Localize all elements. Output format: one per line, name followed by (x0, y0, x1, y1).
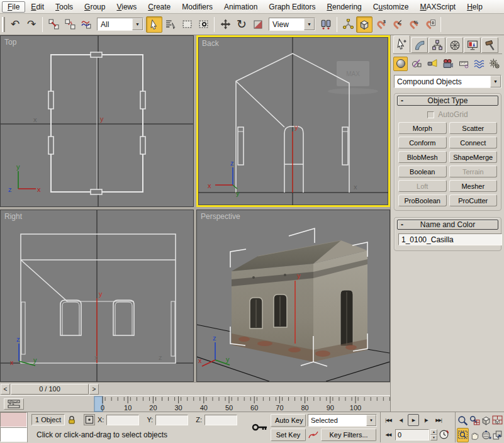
snaps-toggle-button[interactable] (356, 16, 372, 33)
tab-create[interactable] (393, 35, 410, 53)
menu-item-modifiers[interactable]: Modifiers (176, 1, 218, 13)
undo-button[interactable]: ↶ (7, 16, 23, 33)
zoom-region-button[interactable] (457, 428, 469, 442)
select-and-scale-button[interactable] (250, 16, 266, 33)
lights-category-button[interactable] (425, 57, 439, 71)
tab-motion[interactable] (446, 37, 463, 53)
time-slider-handle[interactable]: 0 / 100 (11, 384, 89, 395)
angle-snap-toggle-button[interactable] (389, 16, 405, 33)
next-frame-button[interactable]: |▶ (420, 414, 432, 426)
conform-button[interactable]: Conform (398, 137, 447, 149)
next-frame-arrow[interactable]: > (89, 384, 99, 395)
select-object-button[interactable] (146, 16, 162, 33)
tab-utilities[interactable] (481, 37, 498, 53)
track-bar[interactable]: 010 2030 4050 6070 8090 100 (0, 395, 390, 412)
auto-key-button[interactable]: Auto Key (271, 414, 306, 427)
space-warps-category-button[interactable] (472, 57, 486, 71)
tab-modify[interactable] (411, 37, 428, 53)
use-pivot-point-center-button[interactable] (318, 16, 334, 33)
y-coordinate-field[interactable] (155, 415, 188, 425)
min-max-toggle-button[interactable] (491, 428, 503, 442)
bind-to-space-warp-button[interactable] (78, 16, 94, 33)
select-and-manipulate-button[interactable] (340, 16, 356, 33)
open-mini-curve-editor-button[interactable] (4, 398, 24, 410)
set-key-mode[interactable] (249, 412, 271, 442)
viewport-back-label[interactable]: Back (202, 39, 219, 48)
cameras-category-button[interactable] (440, 57, 455, 71)
menu-item-customize[interactable]: Customize (367, 1, 415, 13)
selection-lock-icon[interactable] (67, 415, 76, 425)
object-type-rollout-header[interactable]: - Object Type (397, 96, 498, 106)
menu-item-file[interactable]: File (2, 1, 25, 13)
time-configuration-icon[interactable] (439, 429, 449, 440)
key-filters-button[interactable]: Key Filters... (321, 429, 376, 441)
autogrid-checkbox[interactable] (427, 111, 434, 118)
menu-item-graph-editors[interactable]: Graph Editors (263, 1, 321, 13)
boolean-button[interactable]: Boolean (398, 165, 447, 177)
object-name-input[interactable] (398, 233, 502, 245)
x-coordinate-field[interactable] (106, 415, 139, 425)
selection-filter-dropdown[interactable]: All ▼ (97, 18, 143, 31)
menu-item-create[interactable]: Create (142, 1, 176, 13)
viewport-back[interactable]: Back MAX (196, 35, 390, 207)
spinner-snap-toggle-button[interactable] (422, 16, 438, 33)
helpers-category-button[interactable] (456, 57, 471, 71)
tab-display[interactable] (464, 37, 481, 53)
pan-button[interactable] (469, 428, 480, 442)
viewport-right[interactable]: Right (0, 210, 194, 382)
maxscript-listener-line[interactable] (0, 427, 27, 442)
geometry-category-button[interactable] (393, 57, 408, 71)
spinner-down-icon[interactable]: ▼ (430, 435, 437, 440)
menu-item-group[interactable]: Group (79, 1, 111, 13)
viewport-right-label[interactable]: Right (4, 212, 22, 221)
play-button[interactable]: ▶ (408, 414, 419, 426)
menu-item-help[interactable]: Help (461, 1, 488, 13)
blobmesh-button[interactable]: BlobMesh (398, 151, 447, 163)
reference-coordinate-system-dropdown[interactable]: View ▼ (269, 18, 315, 31)
window-crossing-toggle-button[interactable] (195, 16, 211, 33)
select-and-link-button[interactable] (45, 16, 62, 33)
select-and-rotate-button[interactable]: ↻ (233, 16, 250, 33)
spinner-up-icon[interactable]: ▲ (430, 429, 437, 435)
toolbar-grip[interactable] (2, 17, 5, 32)
zoom-extents-all-button[interactable] (491, 413, 503, 428)
key-tangents-icon[interactable] (308, 430, 319, 440)
viewport-top[interactable]: Top x y (0, 35, 194, 207)
angle-snap-3d-button[interactable]: 3 (372, 16, 389, 33)
shapes-category-button[interactable] (409, 57, 423, 71)
procutter-button[interactable]: ProCutter (449, 194, 498, 206)
morph-button[interactable]: Morph (398, 122, 447, 134)
zoom-button[interactable] (457, 413, 469, 428)
viewport-perspective-label[interactable]: Perspective (201, 212, 240, 221)
key-selection-dropdown[interactable]: Selected ▼ (308, 414, 377, 427)
set-key-button[interactable]: Set Key (271, 429, 306, 441)
menu-item-animation[interactable]: Animation (218, 1, 263, 13)
menu-item-edit[interactable]: Edit (25, 1, 50, 13)
absolute-offset-toggle[interactable] (84, 414, 95, 425)
current-frame-field[interactable] (395, 429, 429, 440)
redo-button[interactable]: ↷ (23, 16, 40, 33)
connect-button[interactable]: Connect (449, 137, 498, 149)
zoom-all-button[interactable] (469, 413, 480, 428)
menu-item-views[interactable]: Views (111, 1, 142, 13)
rectangular-selection-region-button[interactable] (179, 16, 195, 33)
maxscript-macro-recorder[interactable] (0, 412, 27, 427)
z-coordinate-field[interactable] (204, 415, 237, 425)
zoom-extents-button[interactable] (480, 413, 491, 428)
proboolean-button[interactable]: ProBoolean (398, 194, 447, 206)
menu-item-maxscript[interactable]: MAXScript (415, 1, 462, 13)
go-to-end-button[interactable]: ▶▶| (433, 414, 444, 426)
name-color-rollout-header[interactable]: - Name and Color (397, 220, 498, 230)
viewport-perspective[interactable]: Perspective (196, 210, 390, 382)
tab-hierarchy[interactable] (428, 37, 445, 53)
mesher-button[interactable]: Mesher (449, 180, 498, 192)
menu-item-tools[interactable]: Tools (50, 1, 79, 13)
go-to-start-button[interactable]: |◀◀ (383, 414, 394, 426)
object-category-dropdown[interactable]: Compound Objects ▼ (394, 75, 501, 88)
systems-category-button[interactable] (488, 57, 502, 71)
shapemerge-button[interactable]: ShapeMerge (449, 151, 498, 163)
arc-rotate-button[interactable] (480, 428, 491, 442)
previous-frame-arrow[interactable]: < (1, 384, 10, 395)
previous-frame-button[interactable]: ◀| (395, 414, 406, 426)
percent-snap-toggle-button[interactable]: % (405, 16, 422, 33)
